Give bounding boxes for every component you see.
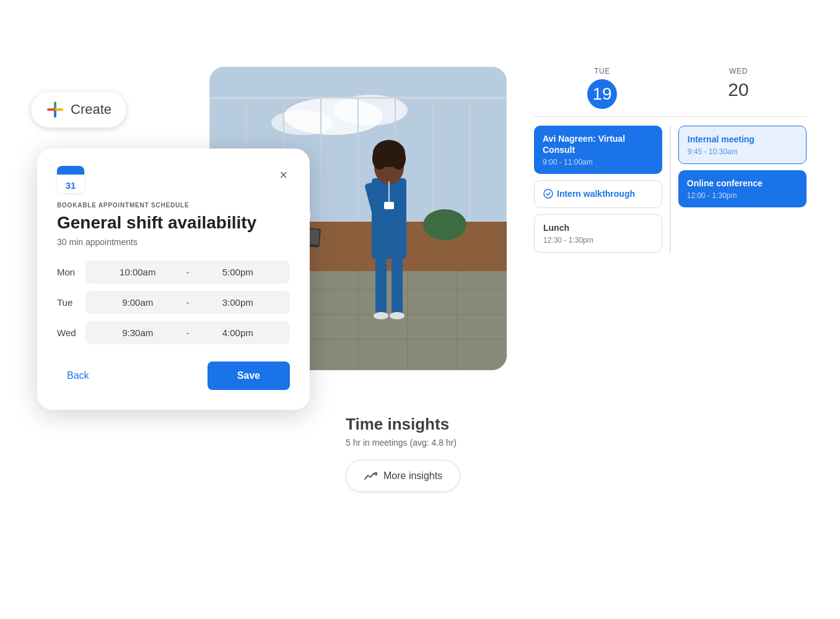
day-mon: Mon [57, 267, 79, 277]
event-lunch-title: Lunch [543, 222, 653, 233]
svg-point-32 [423, 209, 466, 240]
dialog-actions: Back Save [57, 361, 290, 390]
end-time-mon: 5:00pm [196, 267, 281, 277]
schedule-row-wed: Wed 9:30am - 4:00pm [57, 321, 290, 344]
start-time-tue: 9:00am [95, 297, 180, 308]
schedule-row-tue: Tue 9:00am - 3:00pm [57, 291, 290, 314]
event-conference-title: Online conference [687, 178, 798, 189]
booking-dialog: 31 × BOOKABLE APPOINTMENT SCHEDULE Gener… [37, 149, 310, 410]
time-range-tue[interactable]: 9:00am - 3:00pm [85, 291, 290, 314]
cal-top-bar [57, 166, 84, 175]
wed-number: 20 [670, 79, 807, 100]
calendar-col-tue: TUE 19 [534, 67, 670, 109]
day-tue: Tue [57, 297, 79, 308]
svg-point-50 [391, 147, 406, 170]
cal-day-number: 31 [66, 180, 76, 191]
end-time-wed: 4:00pm [196, 327, 281, 338]
svg-point-10 [333, 95, 408, 126]
back-button[interactable]: Back [57, 364, 99, 387]
save-button[interactable]: Save [208, 361, 290, 390]
event-avi-time: 9:00 - 11:00am [543, 158, 654, 167]
event-avi-nagreen[interactable]: Avi Nagreen: Virtual Consult 9:00 - 11:0… [534, 126, 662, 174]
event-intern-title: Intern walkthrough [557, 188, 635, 199]
calendar-col-wed: WED 20 [670, 67, 807, 109]
schedule-list: Mon 10:00am - 5:00pm Tue 9:00am - 3:00pm… [57, 261, 290, 344]
calendar-app-icon: 31 [57, 166, 84, 193]
dialog-subtitle: BOOKABLE APPOINTMENT SCHEDULE [57, 202, 290, 209]
svg-rect-54 [392, 259, 403, 314]
event-avi-title: Avi Nagreen: Virtual Consult [543, 133, 654, 155]
tue-number: 19 [587, 79, 617, 109]
svg-point-49 [372, 147, 387, 170]
create-label: Create [71, 102, 112, 118]
insights-subtitle: 5 hr in meetings (avg: 4.8 hr) [346, 438, 556, 448]
insights-chart-icon [364, 469, 377, 483]
insights-panel: Time insights 5 hr in meetings (avg: 4.8… [346, 415, 556, 492]
svg-point-56 [390, 312, 405, 319]
wed-events-col: Internal meeting 9:45 - 10:30am Online c… [671, 126, 807, 253]
tue-label: TUE [534, 67, 670, 76]
event-conference-time: 12:00 - 1:30pm [687, 191, 798, 200]
event-internal-title: Internal meeting [688, 134, 797, 145]
check-circle-icon [543, 189, 553, 199]
event-intern-content: Intern walkthrough [543, 188, 653, 199]
event-lunch-time: 12:30 - 1:30pm [543, 236, 653, 245]
event-internal-time: 9:45 - 10:30am [688, 147, 797, 156]
scene: Create [0, 0, 840, 619]
svg-rect-52 [384, 202, 394, 209]
time-separator-mon: - [186, 267, 190, 277]
google-plus-icon [46, 100, 64, 119]
dialog-description: 30 min appointments [57, 237, 290, 247]
start-time-wed: 9:30am [95, 327, 180, 338]
schedule-row-mon: Mon 10:00am - 5:00pm [57, 261, 290, 284]
svg-rect-53 [375, 259, 387, 314]
time-range-mon[interactable]: 10:00am - 5:00pm [85, 261, 290, 284]
tue-events-col: Avi Nagreen: Virtual Consult 9:00 - 11:0… [534, 126, 670, 253]
dialog-title: General shift availability [57, 212, 290, 233]
calendar-header: TUE 19 WED 20 [534, 67, 807, 109]
more-insights-button[interactable]: More insights [346, 460, 460, 492]
day-wed: Wed [57, 327, 79, 338]
calendar-columns: Avi Nagreen: Virtual Consult 9:00 - 11:0… [534, 126, 807, 253]
svg-point-58 [544, 189, 553, 198]
calendar-divider [534, 116, 807, 117]
time-range-wed[interactable]: 9:30am - 4:00pm [85, 321, 290, 344]
more-insights-label: More insights [383, 470, 442, 482]
time-separator-tue: - [186, 297, 190, 308]
dialog-header: 31 × [57, 166, 290, 193]
wed-label: WED [670, 67, 807, 76]
create-button[interactable]: Create [31, 92, 126, 128]
start-time-mon: 10:00am [95, 267, 180, 277]
svg-point-11 [271, 110, 333, 135]
event-internal-meeting[interactable]: Internal meeting 9:45 - 10:30am [678, 126, 807, 164]
event-intern-walkthrough[interactable]: Intern walkthrough [534, 180, 662, 207]
end-time-tue: 3:00pm [196, 297, 281, 308]
calendar-panel: TUE 19 WED 20 Avi Nagreen: Virtual Consu… [534, 67, 807, 253]
time-separator-wed: - [186, 327, 190, 338]
event-lunch[interactable]: Lunch 12:30 - 1:30pm [534, 214, 662, 253]
close-button[interactable]: × [277, 166, 290, 184]
event-online-conference[interactable]: Online conference 12:00 - 1:30pm [678, 170, 807, 207]
svg-point-55 [374, 312, 388, 319]
insights-title: Time insights [346, 415, 556, 434]
